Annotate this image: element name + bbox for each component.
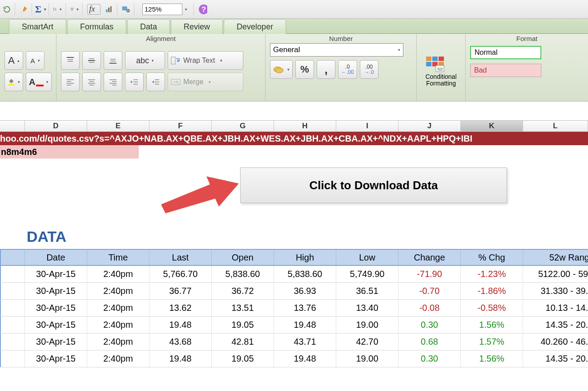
svg-rect-9 xyxy=(8,84,15,86)
tab-review[interactable]: Review xyxy=(171,19,223,34)
merge-button[interactable]: Merge▾ xyxy=(168,73,243,91)
number-format-value: General xyxy=(273,45,300,54)
percent-button[interactable]: % xyxy=(295,60,314,79)
svg-rect-37 xyxy=(171,57,175,64)
table-header[interactable]: Date xyxy=(25,250,87,265)
table-header-blank xyxy=(0,250,25,265)
align-center-button[interactable] xyxy=(82,73,101,91)
fill-color-button[interactable]: ▾ xyxy=(4,73,23,91)
arrow-icon xyxy=(157,171,241,216)
table-row[interactable]: 30-Apr-152:40pm5,766.705,838.605,838.605… xyxy=(0,266,588,283)
zoom-dropdown-icon[interactable]: ▾ xyxy=(185,7,187,12)
table-cell: 2:40pm xyxy=(87,317,149,333)
column-header-G[interactable]: G xyxy=(212,121,274,131)
table-cell: 19.48 xyxy=(149,317,212,333)
refresh-icon[interactable] xyxy=(3,3,15,16)
table-header[interactable]: Time xyxy=(87,250,149,265)
table-cell: 13.40 xyxy=(336,300,399,316)
column-header-L[interactable]: L xyxy=(523,121,588,131)
table-row[interactable]: 30-Apr-152:40pm19.4819.0519.4819.000.301… xyxy=(0,350,588,367)
increase-indent-button[interactable] xyxy=(146,73,165,91)
column-header-corner[interactable] xyxy=(0,121,25,131)
currency-button[interactable]: ▾ xyxy=(270,60,293,79)
sort-icon[interactable]: AZ▾ xyxy=(53,3,66,16)
table-cell: 30-Apr-15 xyxy=(25,300,87,316)
table-header[interactable]: Open xyxy=(212,250,274,265)
wrap-text-button[interactable]: Wrap Text▾ xyxy=(168,51,243,70)
table-cell xyxy=(0,317,25,333)
decrease-indent-button[interactable] xyxy=(125,73,144,91)
align-bottom-button[interactable] xyxy=(104,51,122,70)
table-cell: 13.62 xyxy=(149,300,212,316)
help-icon[interactable]: ? xyxy=(198,3,211,16)
column-header-E[interactable]: E xyxy=(87,121,149,131)
font-color-button[interactable]: A ▾ xyxy=(26,73,52,91)
table-cell: -0.58% xyxy=(461,300,523,316)
table-row[interactable]: 30-Apr-152:40pm13.6213.5113.7613.40-0.08… xyxy=(0,300,588,317)
table-cell: 0.30 xyxy=(399,350,461,367)
align-left-button[interactable] xyxy=(61,73,80,91)
tab-formulas[interactable]: Formulas xyxy=(67,19,126,34)
svg-text:Z: Z xyxy=(53,9,54,11)
table-cell: -1.86% xyxy=(461,283,523,299)
media-icon[interactable] xyxy=(122,3,134,16)
table-cell: 19.05 xyxy=(212,317,274,333)
column-headers: DEFGHIJKL xyxy=(0,120,588,132)
table-cell xyxy=(0,300,25,316)
align-right-button[interactable] xyxy=(104,73,122,91)
column-header-K[interactable]: K xyxy=(461,121,523,131)
filter-icon[interactable]: ▾ xyxy=(70,3,83,16)
url-row-2: n8m4m6 xyxy=(0,145,588,159)
table-cell: 30-Apr-15 xyxy=(25,266,87,282)
align-top-button[interactable] xyxy=(61,51,80,70)
table-cell: 0.68 xyxy=(399,334,461,350)
increase-decimal-button[interactable]: .0←.00 xyxy=(338,60,357,79)
cell-style-normal[interactable]: Normal xyxy=(470,46,541,59)
table-header[interactable]: Low xyxy=(336,250,399,265)
fx-icon[interactable]: fx xyxy=(87,4,101,15)
table-cell: 2:40pm xyxy=(87,334,149,350)
number-format-select[interactable]: General ▾ xyxy=(270,43,403,57)
chart-icon[interactable] xyxy=(105,3,117,16)
table-cell: 5,838.60 xyxy=(274,266,336,282)
column-header-D[interactable]: D xyxy=(25,121,87,131)
url-row-1[interactable]: hoo.com/d/quotes.csv?s=^AXJO+NAB.AX+QBE.… xyxy=(0,132,588,145)
shrink-font-button[interactable]: A▾ xyxy=(26,51,44,70)
download-data-button[interactable]: Click to Download Data xyxy=(240,167,507,203)
zoom-input[interactable]: 125% xyxy=(142,4,182,15)
table-row[interactable]: 30-Apr-152:40pm36.7736.7236.9336.51-0.70… xyxy=(0,283,588,300)
column-header-I[interactable]: I xyxy=(336,121,399,131)
decrease-decimal-button[interactable]: .00→.0 xyxy=(360,60,379,79)
tab-data[interactable]: Data xyxy=(127,19,170,34)
grow-font-button[interactable]: A▴ xyxy=(4,51,23,70)
align-middle-button[interactable] xyxy=(82,51,101,70)
cell-style-bad[interactable]: Bad xyxy=(470,64,541,77)
table-header[interactable]: % Chg xyxy=(461,250,523,265)
tab-smartart[interactable]: SmartArt xyxy=(9,19,66,34)
table-cell: 14.35 - 20.06 xyxy=(523,317,588,333)
table-cell: 31.330 - 39.710 xyxy=(523,283,588,299)
column-header-H[interactable]: H xyxy=(274,121,336,131)
table-header[interactable]: High xyxy=(274,250,336,265)
table-header[interactable]: 52w Range xyxy=(523,250,588,265)
svg-text:≤≥: ≤≥ xyxy=(437,66,443,71)
tab-developer[interactable]: Developer xyxy=(224,19,286,34)
column-header-J[interactable]: J xyxy=(399,121,461,131)
group-title-format: Format xyxy=(470,35,584,43)
conditional-formatting-button[interactable]: ≤≥ Conditional Formatting xyxy=(425,56,456,87)
table-cell: 30-Apr-15 xyxy=(25,350,87,367)
paintbrush-icon[interactable] xyxy=(20,3,32,16)
url-row-2-cell[interactable]: n8m4m6 xyxy=(0,145,139,159)
table-header-row: DateTimeLastOpenHighLowChange% Chg52w Ra… xyxy=(0,250,588,266)
table-cell: -0.08 xyxy=(399,300,461,316)
table-header[interactable]: Change xyxy=(399,250,461,265)
comma-button[interactable]: , xyxy=(317,60,335,79)
table-header[interactable]: Last xyxy=(149,250,212,265)
table-row[interactable]: 30-Apr-152:40pm19.4819.0519.4819.000.301… xyxy=(0,317,588,334)
autosum-icon[interactable]: Σ▾ xyxy=(36,3,49,16)
table-row[interactable]: 30-Apr-152:40pm43.6842.8143.7142.700.681… xyxy=(0,334,588,350)
svg-rect-5 xyxy=(122,6,127,10)
orientation-button[interactable]: abc▾ xyxy=(125,51,165,70)
column-header-F[interactable]: F xyxy=(149,121,212,131)
chevron-down-icon: ▾ xyxy=(398,48,400,52)
